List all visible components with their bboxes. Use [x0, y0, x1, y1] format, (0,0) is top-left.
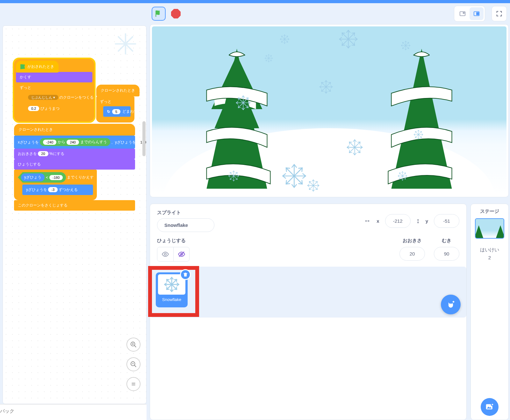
backpack-header[interactable]: パック — [0, 404, 147, 420]
svg-line-9 — [134, 365, 136, 367]
wait-block[interactable]: 0.2 びょうまつ — [24, 103, 89, 114]
forever-block[interactable]: ずっと ↻ 5 どまわす — [96, 96, 134, 122]
zoom-out-icon — [130, 361, 137, 368]
svg-line-5 — [134, 346, 136, 347]
large-stage-button[interactable] — [470, 7, 484, 20]
hide-block[interactable]: かくす — [16, 72, 92, 82]
zoom-in-button[interactable] — [126, 338, 140, 352]
forever-block[interactable]: ずっと じぶんじしん ▾ のクローンをつくる 0.2 びょうまつ — [16, 82, 92, 120]
add-backdrop-button[interactable] — [481, 398, 499, 416]
backdrop-thumbnail[interactable] — [475, 218, 504, 239]
backpack-label: パック — [0, 408, 14, 414]
svg-point-44 — [164, 253, 166, 255]
y-value: -51 — [443, 218, 450, 224]
green-flag-icon — [154, 10, 163, 18]
backdrop-count: 2 — [488, 255, 491, 260]
stage-frame — [150, 24, 509, 197]
sprite-tile-label: Snowflake — [162, 297, 181, 302]
small-stage-button[interactable] — [456, 7, 470, 20]
zoom-in-icon — [130, 341, 137, 348]
turn-block[interactable]: ↻ 5 どまわす — [103, 106, 131, 117]
set-size-block[interactable]: おおきさを 20 %にする — [14, 149, 135, 159]
eye-icon — [162, 250, 169, 258]
sprite-info-panel: スプライト Snowflake ↔ x -212 ↕ y — [150, 204, 467, 420]
stop-icon — [171, 9, 181, 18]
less-than-operator[interactable]: yざひょう < -180 — [18, 172, 66, 183]
block-label: ひょうじする — [18, 162, 41, 166]
small-stage-icon — [459, 10, 466, 17]
code-editor[interactable]: がおされたとき かくす ずっと じぶんじしん ▾ のクローンをつくる — [3, 25, 147, 404]
block-stack-3[interactable]: クローンされたとき xざひょうを -240 から 240 までのらんすう 、yざ… — [14, 124, 135, 211]
create-clone-block[interactable]: じぶんじしん ▾ のクローンをつくる — [24, 92, 89, 103]
workspace[interactable]: がおされたとき かくす ずっと じぶんじしん ▾ のクローンをつくる — [3, 26, 146, 404]
cat-plus-icon — [445, 299, 456, 310]
block-label: から — [58, 139, 65, 145]
stage[interactable] — [152, 26, 506, 195]
size-value-input[interactable]: 20 — [38, 151, 48, 156]
turn-value-input[interactable]: 5 — [112, 109, 120, 114]
change-y-block[interactable]: yざひょうを -3 ずつかえる — [22, 185, 93, 195]
direction-label: むき — [442, 238, 451, 244]
stage-size-toggle — [454, 6, 485, 22]
stage-title: ステージ — [480, 208, 499, 214]
block-label: ずつかえる — [59, 187, 78, 192]
block-label: 、yざひょうを — [111, 140, 136, 144]
direction-input[interactable]: 90 — [434, 247, 459, 261]
svg-rect-14 — [463, 12, 465, 14]
tree-right — [388, 49, 452, 189]
x-value: -212 — [393, 218, 403, 224]
delete-clone-block[interactable]: このクローンをさくじょする — [14, 200, 135, 211]
block-stack-1[interactable]: がおされたとき かくす ずっと じぶんじしん ▾ のクローンをつくる — [14, 59, 94, 122]
add-sprite-button[interactable] — [441, 295, 461, 314]
block-label: おおきさを — [18, 151, 37, 156]
when-flag-clicked-block[interactable]: がおされたとき — [16, 61, 59, 73]
show-sprite-button[interactable] — [157, 247, 173, 261]
zoom-out-button[interactable] — [126, 357, 140, 371]
eye-off-icon — [178, 250, 185, 258]
vertical-scrollbar[interactable] — [142, 121, 146, 156]
tree-left — [205, 46, 270, 189]
sprite-name-input[interactable]: Snowflake — [157, 218, 214, 232]
random-operator[interactable]: -240 から 240 までのらんすう — [40, 138, 110, 146]
fullscreen-button[interactable] — [492, 6, 507, 21]
rand-from-input[interactable]: -240 — [43, 140, 56, 145]
repeat-until-block[interactable]: yざひょう < -180 までくりかえす yざひょうを -3 ずつかえる — [14, 170, 97, 200]
x-input[interactable]: -212 — [385, 214, 411, 228]
stage-panel: ステージ はいけい 2 — [470, 204, 509, 420]
show-block[interactable]: ひょうじする — [14, 159, 135, 170]
rand-to-input[interactable]: 240 — [67, 140, 79, 145]
equals-icon — [130, 381, 137, 388]
block-label: ずっと — [100, 99, 111, 104]
y-input[interactable]: -51 — [434, 214, 459, 228]
compare-value-input[interactable]: -180 — [49, 175, 63, 180]
stage-scene — [152, 26, 506, 195]
stage-header — [150, 3, 509, 24]
green-flag-button[interactable] — [152, 7, 166, 21]
hide-sprite-button[interactable] — [173, 247, 189, 261]
clone-target-dropdown[interactable]: じぶんじしん ▾ — [28, 95, 58, 100]
y-axis-icon: ↕ — [416, 217, 420, 225]
when-cloned-block[interactable]: クローンされたとき — [96, 85, 140, 96]
block-stack-2[interactable]: クローンされたとき ずっと ↻ 5 どまわす — [96, 85, 140, 122]
block-label: %にする — [49, 151, 64, 156]
block-label: クローンされたとき — [18, 127, 53, 132]
turn-icon: ↻ — [107, 109, 110, 114]
size-input[interactable]: 20 — [399, 247, 425, 261]
wait-value-input[interactable]: 0.2 — [28, 106, 39, 111]
block-label: ずっと — [20, 85, 31, 90]
sprite-list: Snowflake — [150, 267, 466, 318]
flag-icon — [20, 64, 25, 69]
block-label: クローンされたとき — [101, 88, 135, 93]
stop-button[interactable] — [169, 7, 183, 21]
delete-sprite-button[interactable] — [180, 269, 191, 280]
trash-icon — [183, 272, 188, 277]
set-xy-block[interactable]: xざひょうを -240 から 240 までのらんすう 、yざひょうを 180 に… — [14, 136, 135, 149]
change-y-value-input[interactable]: -3 — [48, 187, 58, 192]
block-label: xざひょうを — [18, 140, 39, 144]
when-cloned-block[interactable]: クローンされたとき — [14, 124, 135, 136]
zoom-reset-button[interactable] — [126, 377, 140, 391]
x-axis-icon: ↔ — [364, 217, 371, 225]
sprite-tile-snowflake[interactable]: Snowflake — [156, 272, 188, 307]
y-position-reporter[interactable]: yざひょう — [21, 173, 45, 181]
block-label: までのらんすう — [80, 139, 107, 145]
